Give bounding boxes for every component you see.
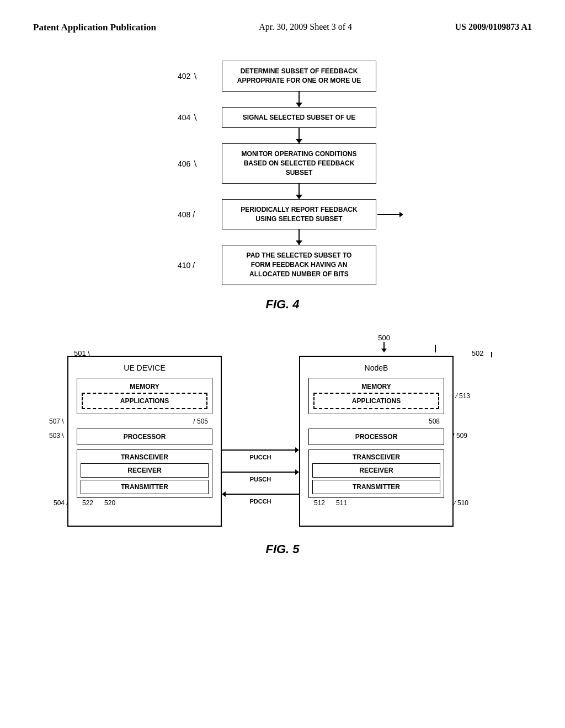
pusch-channel: PUSCH bbox=[222, 469, 299, 483]
ue-transceiver-label: TRANSCEIVER bbox=[81, 453, 209, 461]
nodeb-receiver-box: RECEIVER bbox=[312, 463, 440, 478]
ue-receiver-box: RECEIVER bbox=[81, 463, 209, 478]
label-512: 512 bbox=[314, 499, 325, 507]
ue-memory-label: MEMORY bbox=[82, 383, 207, 390]
ue-memory-box: MEMORY APPLICATIONS bbox=[77, 378, 212, 414]
fig4-container: 402 ∖ DETERMINE SUBSET OF FEEDBACKAPPROP… bbox=[33, 61, 532, 328]
pucch-channel: PUCCH bbox=[222, 447, 299, 461]
label-513: ∕ 513 bbox=[456, 392, 470, 400]
label-507: 507 \ bbox=[49, 417, 64, 425]
nodeb-title: NodeB bbox=[308, 363, 444, 372]
arrow-406-408 bbox=[299, 184, 300, 199]
arrow-408-410 bbox=[299, 229, 300, 245]
label-509: / 509 bbox=[452, 432, 467, 440]
pdcch-label: PDCCH bbox=[249, 498, 271, 505]
label-504: 504 / bbox=[54, 499, 68, 507]
flow-row-402: 402 ∖ DETERMINE SUBSET OF FEEDBACKAPPROP… bbox=[222, 61, 376, 92]
flow-row-408: 408 / PERIODICALLY REPORT FEEDBACKUSING … bbox=[222, 199, 376, 230]
box-402: DETERMINE SUBSET OF FEEDBACKAPPROPRIATE … bbox=[222, 61, 376, 92]
pucch-label: PUCCH bbox=[249, 454, 271, 461]
label-408: 408 / bbox=[178, 210, 195, 219]
ue-device-title: UE DEVICE bbox=[77, 363, 212, 372]
pusch-label: PUSCH bbox=[250, 476, 271, 483]
label-520: 520 bbox=[104, 499, 115, 507]
nodeb-transmitter-box: TRANSMITTER bbox=[312, 480, 440, 494]
nodeb-memory-box: MEMORY APPLICATIONS ∕ 513 bbox=[308, 378, 444, 414]
fig5-caption: FIG. 5 bbox=[265, 542, 299, 556]
box-406: MONITOR OPERATING CONDITIONSBASED ON SEL… bbox=[222, 143, 376, 183]
arrow-404-406 bbox=[299, 128, 300, 143]
box-408: PERIODICALLY REPORT FEEDBACKUSING SELECT… bbox=[222, 199, 376, 230]
arrow-402-404 bbox=[299, 92, 300, 107]
label-406: 406 ∖ bbox=[178, 159, 198, 168]
ue-transceiver-box: TRANSCEIVER RECEIVER TRANSMITTER bbox=[77, 449, 212, 498]
label-522: 522 bbox=[82, 499, 93, 507]
nodeb-processor-box: PROCESSOR bbox=[308, 429, 444, 445]
pdcch-channel: PDCCH bbox=[222, 491, 299, 505]
ue-processor-box: PROCESSOR bbox=[77, 429, 212, 445]
ue-device-box: UE DEVICE MEMORY APPLICATIONS 507 \ / 50… bbox=[67, 356, 222, 527]
nodeb-applications-box: APPLICATIONS bbox=[313, 393, 439, 409]
box-410: PAD THE SELECTED SUBSET TOFORM FEEDBACK … bbox=[222, 245, 376, 285]
fig4-caption: FIG. 4 bbox=[265, 297, 299, 312]
label-404: 404 ∖ bbox=[178, 113, 198, 122]
flow-row-404: 404 ∖ SIGNAL SELECTED SUBSET OF UE bbox=[222, 107, 376, 129]
label-511: 511 bbox=[336, 499, 347, 507]
label-508: 508 bbox=[308, 417, 444, 425]
nodeb-memory-label: MEMORY bbox=[313, 383, 439, 390]
nodeb-transceiver-box: TRANSCEIVER RECEIVER TRANSMITTER bbox=[308, 449, 444, 498]
header-right: US 2009/0109873 A1 bbox=[455, 22, 532, 32]
label-505: / 505 bbox=[77, 417, 212, 425]
label-503: 503 \ bbox=[49, 432, 64, 440]
label-510: ∕ 510 bbox=[455, 499, 468, 507]
nodeb-transceiver-label: TRANSCEIVER bbox=[312, 453, 440, 461]
label-402: 402 ∖ bbox=[178, 72, 198, 81]
page: Patent Application Publication Apr. 30, … bbox=[0, 0, 565, 728]
ue-transmitter-box: TRANSMITTER bbox=[81, 480, 209, 494]
header-left: Patent Application Publication bbox=[33, 22, 156, 33]
flow-row-410: 410 / PAD THE SELECTED SUBSET TOFORM FEE… bbox=[222, 245, 376, 285]
channel-area: PUCCH PUSCH bbox=[222, 356, 299, 527]
ue-applications-box: APPLICATIONS bbox=[82, 393, 207, 409]
label-500: 500 bbox=[378, 334, 390, 352]
fig5-container: 500 501 \ 502 UE DEVICE MEMORY bbox=[33, 339, 532, 573]
flow-row-406: 406 ∖ MONITOR OPERATING CONDITIONSBASED … bbox=[222, 143, 376, 183]
arrow-502 bbox=[435, 345, 436, 352]
flowchart: 402 ∖ DETERMINE SUBSET OF FEEDBACKAPPROP… bbox=[222, 61, 376, 285]
box-404: SIGNAL SELECTED SUBSET OF UE bbox=[222, 107, 376, 129]
header-center: Apr. 30, 2009 Sheet 3 of 4 bbox=[259, 22, 352, 32]
nodeb-box: NodeB MEMORY APPLICATIONS ∕ 513 508 PROC… bbox=[299, 356, 454, 527]
header: Patent Application Publication Apr. 30, … bbox=[33, 22, 532, 33]
label-410: 410 / bbox=[178, 261, 195, 270]
